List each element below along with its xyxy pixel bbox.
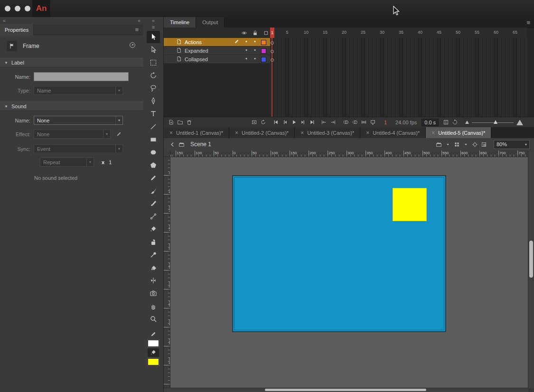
- sound-sync-select[interactable]: Event ▾: [34, 144, 123, 153]
- play-button[interactable]: [290, 119, 299, 126]
- delete-layer-button[interactable]: [185, 119, 194, 126]
- new-layer-button[interactable]: [167, 119, 176, 126]
- center-stage-button[interactable]: [470, 140, 479, 148]
- new-folder-button[interactable]: [176, 119, 185, 126]
- collapse-panel-icon[interactable]: «: [138, 18, 141, 25]
- step-back-button[interactable]: [281, 119, 290, 126]
- eraser-tool[interactable]: [147, 261, 160, 274]
- scene-button[interactable]: [177, 140, 186, 148]
- vertical-scroll-thumb[interactable]: [529, 241, 533, 278]
- panel-menu-icon[interactable]: ≡: [135, 26, 143, 33]
- layer-visibility-dot[interactable]: •: [244, 56, 248, 61]
- vertical-scrollbar[interactable]: [528, 150, 534, 388]
- zoom-tool[interactable]: [147, 313, 160, 325]
- lock-toggle-icon[interactable]: [251, 29, 260, 37]
- zoom-window-button[interactable]: [25, 6, 30, 11]
- pencil-tool[interactable]: [147, 172, 160, 184]
- document-tab[interactable]: ×Untitled-1 (Canvas)*: [164, 127, 229, 138]
- timeline-menu-icon[interactable]: ≡: [526, 17, 534, 28]
- vertical-ruler[interactable]: 050100150200250300350400450500: [164, 157, 170, 388]
- close-window-button[interactable]: [5, 6, 10, 11]
- horizontal-ruler[interactable]: 1501005005010015020025030035040045050055…: [170, 150, 528, 157]
- edit-scene-button[interactable]: [434, 140, 443, 148]
- timeline-zoom-slider[interactable]: [472, 119, 514, 126]
- elapsed-time-display[interactable]: 0.0 s: [422, 119, 439, 126]
- scene-name[interactable]: Scene 1: [190, 141, 211, 148]
- sound-effect-select[interactable]: None ▾: [34, 130, 111, 139]
- edit-symbols-button[interactable]: [452, 140, 461, 148]
- rectangle-tool[interactable]: [147, 133, 160, 146]
- label-name-input[interactable]: [34, 72, 129, 81]
- dropdown-caret-button[interactable]: [443, 140, 452, 148]
- document-tab[interactable]: ×Untitled-5 (Canvas)*: [426, 127, 491, 138]
- width-tool[interactable]: [147, 274, 160, 287]
- collapse-tools-icon[interactable]: «: [143, 17, 163, 24]
- layer-row[interactable]: Actions••: [164, 38, 527, 47]
- section-label[interactable]: ▼ Label: [0, 58, 143, 67]
- canvas-area[interactable]: 1501005005010015020025030035040045050055…: [164, 150, 534, 392]
- keyframe-dot[interactable]: [271, 58, 274, 62]
- current-frame-display[interactable]: 1: [383, 120, 388, 125]
- section-sound[interactable]: ▼ Sound: [0, 102, 143, 111]
- layer-outline-color[interactable]: [261, 48, 266, 54]
- onion-skin-button[interactable]: [341, 119, 350, 126]
- close-tab-icon[interactable]: ×: [235, 130, 238, 136]
- fill-color-swatch[interactable]: [148, 358, 159, 365]
- pen-tool[interactable]: [147, 95, 160, 107]
- frame-ruler[interactable]: 1 5101520253035404550556065: [164, 28, 527, 38]
- go-first-button[interactable]: [272, 119, 281, 126]
- edit-sound-envelope-icon[interactable]: [114, 131, 123, 138]
- playhead[interactable]: 1: [270, 28, 274, 38]
- document-tab[interactable]: ×Untitled-4 (Canvas)*: [360, 127, 426, 138]
- document-tab[interactable]: ×Untitled-2 (Canvas)*: [229, 127, 295, 138]
- rotation-3d-tool[interactable]: [147, 69, 160, 82]
- close-tab-icon[interactable]: ×: [300, 130, 304, 136]
- layer-row[interactable]: Expanded••: [164, 47, 527, 55]
- tab-output[interactable]: Output: [196, 17, 225, 28]
- horizontal-scrollbar[interactable]: [164, 388, 528, 392]
- bone-tool[interactable]: [147, 210, 160, 223]
- reset-zoom-button[interactable]: [450, 119, 459, 126]
- center-frame-button[interactable]: [250, 119, 259, 126]
- dropdown-caret-button[interactable]: [461, 140, 470, 148]
- layer-visibility-dot[interactable]: •: [244, 47, 248, 53]
- back-button[interactable]: [168, 140, 177, 148]
- layer-lock-dot[interactable]: •: [253, 47, 257, 53]
- minimize-window-button[interactable]: [15, 6, 20, 11]
- keyframe-dot[interactable]: [271, 50, 274, 53]
- clip-content-button[interactable]: [479, 140, 488, 148]
- stage[interactable]: [233, 176, 446, 332]
- layer-lock-dot[interactable]: •: [253, 39, 257, 44]
- line-tool[interactable]: [147, 121, 160, 133]
- close-tab-icon[interactable]: ×: [169, 130, 173, 136]
- lasso-tool[interactable]: [147, 82, 160, 94]
- outline-toggle-icon[interactable]: [262, 29, 271, 37]
- eye-toggle-icon[interactable]: [240, 29, 249, 37]
- step-forward-button[interactable]: [299, 119, 308, 126]
- center-playhead-button[interactable]: [441, 119, 450, 126]
- sound-name-select[interactable]: None ▾: [34, 116, 123, 125]
- layer-lock-dot[interactable]: •: [253, 56, 257, 61]
- loop-button[interactable]: [259, 119, 268, 126]
- text-tool[interactable]: [147, 108, 160, 120]
- tab-properties[interactable]: Properties: [0, 24, 34, 36]
- document-tab[interactable]: ×Untitled-3 (Canvas)*: [295, 127, 360, 138]
- keyframe-dot[interactable]: [271, 41, 274, 45]
- close-tab-icon[interactable]: ×: [366, 130, 369, 136]
- paint-brush-tool[interactable]: [147, 197, 160, 210]
- frame-help-icon[interactable]: [129, 42, 138, 50]
- layer-row[interactable]: Collapsed••: [164, 55, 527, 64]
- marker-right-button[interactable]: [328, 119, 337, 126]
- polystar-tool[interactable]: [147, 159, 160, 171]
- layer-outline-color[interactable]: [261, 40, 266, 45]
- zoom-select[interactable]: 80% ▾: [494, 140, 530, 149]
- tab-timeline[interactable]: Timeline: [164, 17, 196, 28]
- yellow-rectangle-shape[interactable]: [393, 188, 427, 221]
- oval-tool[interactable]: [147, 146, 160, 159]
- paint-bucket-tool[interactable]: [147, 223, 160, 235]
- timeline-zoom-thumb[interactable]: [494, 120, 497, 124]
- label-type-select[interactable]: Name ▾: [34, 86, 123, 95]
- camera-tool[interactable]: [147, 287, 160, 299]
- repeat-count-value[interactable]: 1: [109, 159, 112, 165]
- selection-tool[interactable]: [147, 31, 160, 43]
